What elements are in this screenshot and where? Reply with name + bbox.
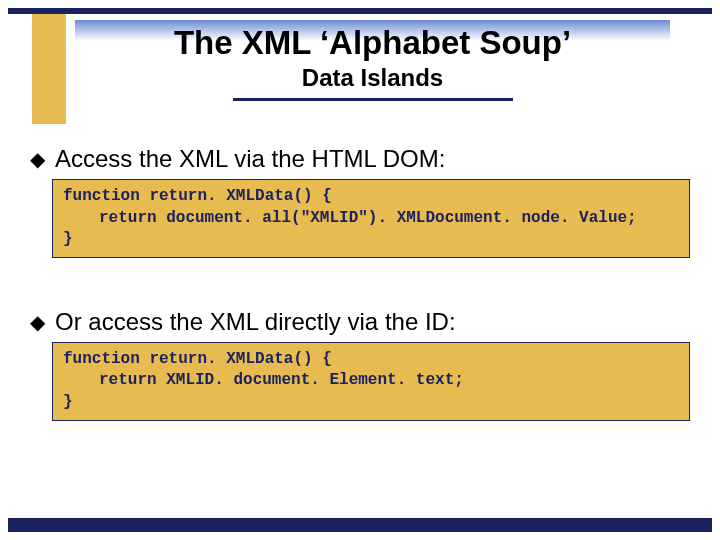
gold-side-block xyxy=(32,14,66,124)
code-1-line-3: } xyxy=(63,230,73,248)
title-underline xyxy=(233,98,513,101)
slide-title: The XML ‘Alphabet Soup’ xyxy=(75,24,670,62)
code-box-1: function return. XMLData() { return docu… xyxy=(52,179,690,258)
code-2-line-2: return XMLID. document. Element. text; xyxy=(63,370,679,392)
bullet-icon: ◆ xyxy=(30,312,45,332)
title-area: The XML ‘Alphabet Soup’ Data Islands xyxy=(75,20,670,101)
content-area: ◆ Access the XML via the HTML DOM: funct… xyxy=(30,145,690,421)
code-2-line-1: function return. XMLData() { xyxy=(63,350,332,368)
code-1-line-2: return document. all("XMLID"). XMLDocume… xyxy=(63,208,679,230)
bullet-1: ◆ Access the XML via the HTML DOM: xyxy=(30,145,690,173)
code-box-2: function return. XMLData() { return XMLI… xyxy=(52,342,690,421)
code-1-line-1: function return. XMLData() { xyxy=(63,187,332,205)
code-2-line-3: } xyxy=(63,393,73,411)
bottom-accent-bar xyxy=(8,518,712,532)
bullet-1-text: Access the XML via the HTML DOM: xyxy=(55,145,445,173)
bullet-2-text: Or access the XML directly via the ID: xyxy=(55,308,456,336)
bullet-2: ◆ Or access the XML directly via the ID: xyxy=(30,308,690,336)
bullet-icon: ◆ xyxy=(30,149,45,169)
spacer xyxy=(30,258,690,308)
top-accent-bar xyxy=(8,8,712,14)
slide-subtitle: Data Islands xyxy=(75,64,670,92)
title-gradient: The XML ‘Alphabet Soup’ xyxy=(75,20,670,62)
